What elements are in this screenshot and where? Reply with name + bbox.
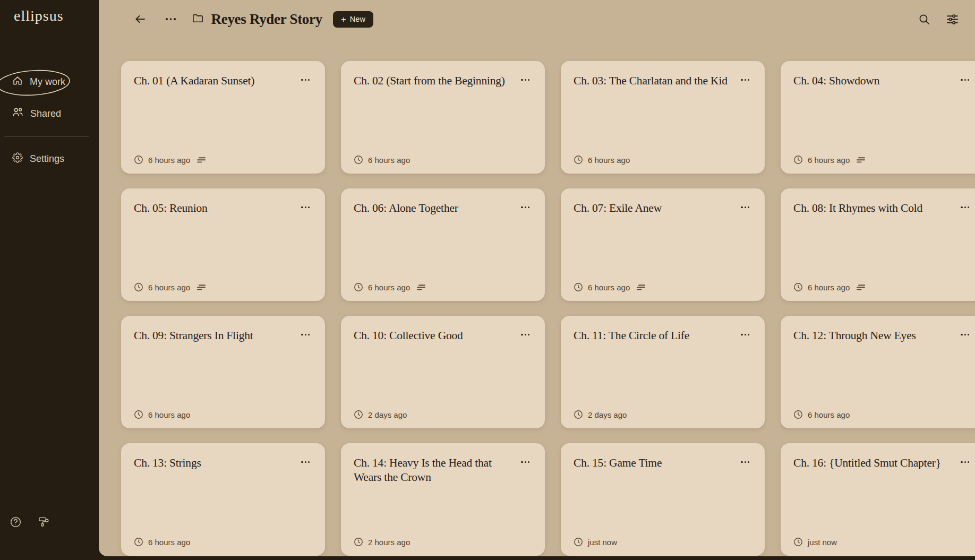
text-lines-icon [196, 156, 206, 164]
document-card[interactable]: Ch. 10: Collective Good 2 days ago [341, 316, 545, 428]
ellipsis-icon [961, 461, 962, 463]
document-card[interactable]: Ch. 06: Alone Together 6 hours ago [341, 188, 545, 301]
document-card[interactable]: Ch. 01 (A Kadaran Sunset) 6 hours ago [121, 61, 325, 174]
paint-roller-icon[interactable] [38, 516, 50, 530]
document-title: Ch. 13: Strings [134, 456, 293, 470]
document-card[interactable]: Ch. 03: The Charlatan and the Kid 6 hour… [561, 61, 765, 174]
card-menu-button[interactable] [959, 332, 971, 338]
arrow-left-icon [134, 13, 147, 25]
document-title: Ch. 09: Strangers In Flight [134, 329, 293, 343]
document-title: Ch. 16: {Untitled Smut Chapter} [793, 456, 953, 470]
document-title: Ch. 08: It Rhymes with Cold [793, 201, 953, 216]
document-title: Ch. 10: Collective Good [354, 329, 513, 343]
document-card[interactable]: Ch. 14: Heavy Is the Head that Wears the… [341, 443, 545, 556]
clock-icon [574, 155, 583, 165]
document-title: Ch. 03: The Charlatan and the Kid [574, 74, 733, 88]
text-lines-icon [856, 156, 866, 164]
document-updated: 6 hours ago [588, 156, 630, 165]
sidebar-item-my-work[interactable]: My work [0, 70, 99, 93]
sidebar-nav: My work Shared [0, 70, 99, 170]
document-updated: 6 hours ago [808, 410, 850, 419]
sidebar: ellipsus My work [0, 0, 99, 560]
document-updated: 6 hours ago [808, 283, 850, 292]
document-card[interactable]: Ch. 05: Reunion 6 hours ago [121, 188, 325, 301]
card-footer: 6 hours ago [134, 410, 190, 419]
document-card[interactable]: Ch. 16: {Untitled Smut Chapter} just now [781, 443, 975, 556]
gear-icon [12, 152, 23, 166]
folder-menu-button[interactable] [162, 15, 179, 23]
card-menu-button[interactable] [519, 332, 532, 338]
document-updated: 6 hours ago [148, 410, 190, 419]
card-menu-button[interactable] [519, 77, 532, 83]
card-menu-button[interactable] [739, 204, 751, 210]
document-card[interactable]: Ch. 04: Showdown 6 hours ago [781, 61, 975, 174]
help-icon[interactable] [10, 516, 22, 530]
ellipsis-icon [741, 79, 742, 81]
users-icon [12, 107, 23, 120]
topbar: Reyes Ryder Story + New [99, 0, 975, 38]
document-updated: 6 hours ago [368, 283, 410, 292]
ellipsis-icon [301, 334, 303, 335]
clock-icon [574, 282, 583, 292]
folder-icon [192, 12, 204, 27]
document-card[interactable]: Ch. 02 (Start from the Beginning) 6 hour… [341, 61, 545, 174]
document-card[interactable]: Ch. 11: The Circle of Life 2 days ago [561, 316, 765, 428]
card-menu-button[interactable] [299, 77, 312, 83]
sidebar-divider [4, 136, 89, 136]
clock-icon [134, 155, 143, 165]
ellipsis-icon [521, 79, 523, 81]
card-menu-button[interactable] [739, 77, 751, 83]
ellipsis-icon [166, 18, 168, 20]
card-menu-button[interactable] [739, 332, 751, 338]
card-menu-button[interactable] [519, 459, 532, 465]
document-updated: 6 hours ago [368, 156, 410, 165]
document-updated: 6 hours ago [808, 156, 850, 165]
document-title: Ch. 05: Reunion [134, 201, 293, 216]
document-updated: 6 hours ago [148, 156, 190, 165]
ellipsis-icon [961, 334, 962, 335]
card-footer: 6 hours ago [134, 282, 206, 292]
card-menu-button[interactable] [959, 459, 971, 465]
card-footer: 2 days ago [354, 410, 407, 419]
clock-icon [354, 282, 363, 292]
document-card[interactable]: Ch. 08: It Rhymes with Cold 6 hours ago [781, 188, 975, 301]
card-footer: 6 hours ago [793, 282, 866, 292]
back-button[interactable] [132, 11, 149, 28]
ellipsis-icon [301, 79, 303, 81]
sidebar-item-shared[interactable]: Shared [0, 102, 99, 125]
document-card[interactable]: Ch. 09: Strangers In Flight 6 hours ago [121, 316, 325, 428]
ellipsus-logo: ellipsus [14, 7, 99, 24]
document-card[interactable]: Ch. 15: Game Time just now [561, 443, 765, 556]
card-menu-button[interactable] [959, 77, 971, 83]
document-card[interactable]: Ch. 07: Exile Anew 6 hours ago [561, 188, 765, 301]
document-title: Ch. 15: Game Time [574, 456, 733, 470]
sidebar-item-settings[interactable]: Settings [0, 147, 99, 170]
document-updated: 2 days ago [588, 410, 627, 419]
card-menu-button[interactable] [299, 332, 312, 338]
document-card[interactable]: Ch. 13: Strings 6 hours ago [121, 443, 325, 556]
card-menu-button[interactable] [299, 204, 312, 210]
card-footer: just now [793, 537, 837, 547]
document-updated: 6 hours ago [148, 283, 190, 292]
app-window: ellipsus My work [0, 0, 975, 560]
ellipsis-icon [521, 206, 523, 208]
filter-sliders-button[interactable] [944, 11, 961, 28]
text-lines-icon [416, 283, 426, 291]
ellipsis-icon [301, 461, 303, 463]
page-title: Reyes Ryder Story [211, 11, 322, 28]
document-grid: Ch. 01 (A Kadaran Sunset) 6 hours ago Ch… [121, 61, 975, 556]
sidebar-footer [10, 516, 50, 530]
sidebar-item-label: Shared [30, 108, 61, 119]
clock-icon [134, 537, 143, 547]
card-menu-button[interactable] [519, 204, 532, 210]
clock-icon [354, 410, 363, 419]
card-menu-button[interactable] [299, 459, 312, 465]
new-button[interactable]: + New [333, 11, 373, 28]
document-card[interactable]: Ch. 12: Through New Eyes 6 hours ago [781, 316, 975, 428]
breadcrumb: Reyes Ryder Story [192, 11, 322, 28]
clock-icon [134, 282, 143, 292]
search-button[interactable] [916, 11, 933, 28]
card-menu-button[interactable] [959, 204, 971, 210]
card-menu-button[interactable] [739, 459, 751, 465]
sidebar-item-label: My work [30, 76, 65, 88]
